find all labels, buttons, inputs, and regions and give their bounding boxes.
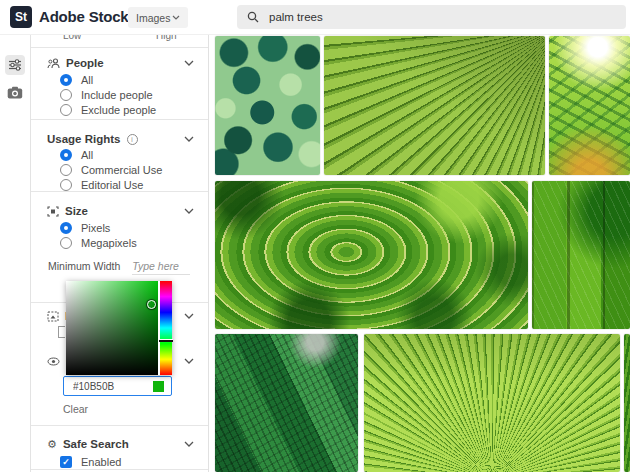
- radio-usage-all[interactable]: All: [60, 148, 93, 161]
- color-hex-field[interactable]: [63, 376, 172, 396]
- section-usage-rights-title: Usage Rights: [47, 133, 121, 145]
- isolated-icon: [47, 311, 59, 322]
- chevron-down-icon[interactable]: [184, 60, 194, 66]
- option-label: Megapixels: [81, 237, 137, 249]
- divider: [30, 119, 208, 120]
- left-icon-rail: [0, 34, 31, 472]
- info-icon[interactable]: i: [127, 134, 138, 145]
- camera-icon: [7, 86, 23, 99]
- chevron-down-icon[interactable]: [184, 441, 194, 447]
- search-result-image-8[interactable]: [624, 334, 630, 472]
- section-size[interactable]: Size: [47, 204, 194, 218]
- section-safe-search[interactable]: ⚙ Safe Search: [47, 437, 194, 451]
- people-icon: [47, 58, 60, 69]
- radio-editorial-use[interactable]: Editorial Use: [60, 178, 143, 191]
- chevron-down-icon[interactable]: [184, 313, 194, 319]
- sliders-icon: [8, 59, 22, 71]
- top-header: St Adobe Stock Images: [0, 0, 630, 35]
- saturation-brightness-area[interactable]: [66, 281, 158, 375]
- radio-icon[interactable]: [60, 164, 72, 176]
- search-result-image-2[interactable]: [324, 36, 545, 175]
- radio-selected-icon[interactable]: [60, 149, 72, 161]
- filters-sidebar: Low High People All Include people Exclu…: [30, 34, 209, 472]
- radio-pixels[interactable]: Pixels: [60, 221, 110, 234]
- radio-megapixels[interactable]: Megapixels: [60, 236, 137, 249]
- search-result-image-5[interactable]: [532, 181, 630, 329]
- minimum-width-input[interactable]: Type here: [132, 260, 190, 275]
- safe-search-enabled-row[interactable]: ✓ Enabled: [60, 455, 121, 468]
- chevron-down-icon[interactable]: [184, 208, 194, 214]
- radio-icon[interactable]: [60, 237, 72, 249]
- radio-exclude-people[interactable]: Exclude people: [60, 103, 156, 116]
- radio-people-all[interactable]: All: [60, 73, 93, 86]
- divider: [30, 425, 208, 426]
- eye-icon: [47, 357, 60, 366]
- option-label: Enabled: [81, 456, 121, 468]
- search-icon: [247, 11, 259, 23]
- search-bar[interactable]: [237, 5, 626, 29]
- category-dropdown[interactable]: Images: [128, 7, 188, 28]
- radio-selected-icon[interactable]: [60, 74, 72, 86]
- search-result-image-1[interactable]: [215, 36, 320, 175]
- radio-include-people[interactable]: Include people: [60, 88, 153, 101]
- search-result-image-3[interactable]: [549, 36, 630, 175]
- radio-icon[interactable]: [60, 179, 72, 191]
- search-result-image-6[interactable]: [215, 334, 358, 472]
- chevron-down-icon[interactable]: [184, 358, 194, 364]
- color-picker-popover: [66, 281, 172, 375]
- section-safe-search-title: Safe Search: [63, 438, 129, 450]
- radio-selected-icon[interactable]: [60, 222, 72, 234]
- option-label: Include people: [81, 89, 153, 101]
- radio-icon[interactable]: [60, 104, 72, 116]
- option-label: All: [81, 149, 93, 161]
- option-label: Pixels: [81, 222, 110, 234]
- clear-color-link[interactable]: Clear: [63, 403, 88, 415]
- search-result-image-7[interactable]: [364, 334, 620, 472]
- app-window: St Adobe Stock Images: [0, 0, 630, 472]
- size-icon: [47, 206, 59, 217]
- color-swatch: [153, 381, 164, 392]
- chevron-down-icon: [172, 15, 180, 20]
- option-label: Commercial Use: [81, 164, 162, 176]
- brand-title: Adobe Stock: [39, 8, 128, 25]
- divider: [30, 191, 208, 192]
- filters-button[interactable]: [5, 55, 25, 75]
- adobe-stock-logo-icon[interactable]: St: [10, 6, 32, 28]
- checkbox-checked-icon[interactable]: ✓: [60, 456, 72, 468]
- hue-slider-handle[interactable]: [159, 339, 173, 342]
- color-hex-input[interactable]: [71, 380, 145, 393]
- gear-icon: ⚙: [47, 439, 57, 450]
- chevron-down-icon[interactable]: [184, 136, 194, 142]
- divider: [30, 47, 208, 48]
- color-picker-cursor[interactable]: [147, 300, 156, 309]
- option-label: Exclude people: [81, 104, 156, 116]
- radio-icon[interactable]: [60, 89, 72, 101]
- radio-commercial-use[interactable]: Commercial Use: [60, 163, 162, 176]
- minimum-width-label: Minimum Width: [48, 260, 120, 272]
- minimum-width-row: Minimum Width Type here: [48, 260, 194, 275]
- hue-strip[interactable]: [160, 281, 172, 375]
- option-label: Editorial Use: [81, 179, 143, 191]
- occluded-field-fragment: [58, 326, 65, 338]
- search-input[interactable]: [267, 10, 603, 24]
- section-usage-rights[interactable]: Usage Rights i: [47, 132, 194, 146]
- section-people[interactable]: People: [47, 56, 194, 70]
- section-size-title: Size: [65, 205, 88, 217]
- option-label: All: [81, 74, 93, 86]
- search-result-image-4[interactable]: [215, 181, 528, 329]
- section-people-title: People: [66, 57, 104, 69]
- visual-search-button[interactable]: [7, 85, 23, 103]
- category-dropdown-value: Images: [136, 12, 170, 24]
- divider: [30, 469, 208, 470]
